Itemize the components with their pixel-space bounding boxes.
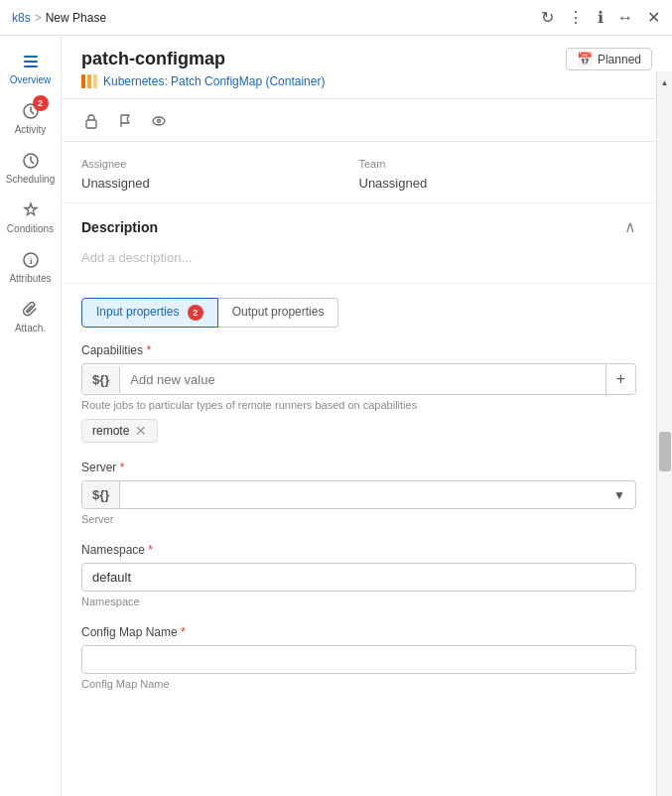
scroll-thumb[interactable]: [659, 432, 671, 471]
server-select[interactable]: [120, 481, 604, 508]
svg-rect-7: [86, 120, 96, 128]
page-title: patch-configmap: [81, 49, 225, 69]
server-label: Server *: [81, 461, 636, 474]
description-header: Description ∧: [81, 217, 636, 236]
tab-bar: [62, 99, 672, 142]
server-arrow-icon: ▼: [604, 482, 635, 508]
tab-input-label: Input properties: [96, 305, 179, 319]
sidebar-item-attach[interactable]: Attach.: [0, 292, 61, 341]
namespace-required: *: [145, 543, 153, 557]
status-badge[interactable]: 📅 Planned: [566, 48, 652, 70]
capabilities-add-button[interactable]: +: [605, 364, 635, 394]
tab-output-properties[interactable]: Output properties: [218, 298, 339, 328]
overview-icon: [21, 52, 41, 71]
breadcrumb-k8s[interactable]: k8s: [12, 11, 31, 25]
tag-remote-remove[interactable]: ✕: [135, 424, 147, 438]
scrollbar: [656, 71, 672, 796]
capabilities-input-row: ${} +: [81, 363, 636, 395]
attributes-label: Attributes: [9, 273, 51, 284]
tab-flag[interactable]: [115, 107, 135, 141]
sidebar-item-overview[interactable]: Overview: [0, 44, 61, 93]
tab-eye[interactable]: [149, 107, 169, 141]
tab-input-properties[interactable]: Input properties 2: [81, 298, 218, 328]
capabilities-prefix: ${}: [82, 366, 120, 393]
assignee-label: Assignee: [81, 158, 359, 170]
top-bar-actions: ↻ ⋮ ℹ ↔ ✕: [541, 8, 660, 27]
activity-badge: 2: [33, 95, 49, 111]
calendar-icon: 📅: [577, 52, 593, 66]
capabilities-hint: Route jobs to particular types of remote…: [81, 399, 636, 411]
subtitle-text: Kubernetes: Patch ConfigMap (Container): [103, 74, 325, 88]
activity-label: Activity: [15, 124, 47, 135]
config-map-name-required: *: [178, 625, 186, 639]
tab-lock[interactable]: [81, 107, 101, 141]
server-select-row: ${} ▼: [81, 480, 636, 509]
sidebar-item-conditions[interactable]: Conditions: [0, 193, 61, 242]
expand-icon[interactable]: ↔: [617, 9, 633, 27]
svg-point-9: [158, 120, 161, 123]
capabilities-tags: remote ✕: [81, 419, 636, 443]
scroll-up-button[interactable]: [657, 71, 673, 91]
assignee-section: Assignee Unassigned Team Unassigned: [62, 142, 656, 203]
header-title-row: patch-configmap 📅 Planned: [81, 48, 652, 70]
sidebar-item-attributes[interactable]: i Attributes: [0, 242, 61, 292]
capabilities-input[interactable]: [120, 366, 605, 393]
info-icon[interactable]: ℹ: [598, 8, 604, 27]
activity-icon-wrap: 2: [21, 101, 41, 121]
config-map-name-input[interactable]: [81, 645, 636, 674]
description-collapse-icon[interactable]: ∧: [624, 217, 636, 236]
main-layout: Overview 2 Activity Scheduling: [0, 36, 672, 796]
breadcrumb: k8s > New Phase: [12, 11, 106, 25]
tab-input-badge: 2: [188, 305, 203, 321]
svg-rect-0: [24, 56, 38, 58]
server-prefix: ${}: [82, 481, 120, 508]
conditions-icon: [21, 200, 41, 220]
header-subtitle: Kubernetes: Patch ConfigMap (Container): [81, 74, 652, 88]
namespace-input[interactable]: [81, 563, 636, 592]
config-map-name-label: Config Map Name *: [81, 625, 636, 639]
breadcrumb-current: New Phase: [46, 11, 106, 25]
team-col: Team Unassigned: [359, 158, 637, 191]
server-field: Server * ${} ▼ Server: [81, 461, 636, 525]
svg-rect-2: [24, 66, 38, 67]
scheduling-label: Scheduling: [6, 174, 55, 185]
config-map-name-hint: Config Map Name: [81, 678, 636, 690]
scroll-up-icon: [661, 76, 669, 87]
content-area: patch-configmap 📅 Planned Kubernetes: Pa…: [62, 36, 672, 796]
capabilities-field: Capabilities * ${} + Route jobs to parti…: [81, 343, 636, 443]
server-required: *: [116, 461, 124, 474]
server-hint: Server: [81, 513, 636, 525]
svg-rect-1: [24, 61, 38, 63]
description-title: Description: [81, 219, 158, 235]
assignee-col: Assignee Unassigned: [81, 158, 359, 191]
sidebar: Overview 2 Activity Scheduling: [0, 36, 62, 796]
capabilities-required: *: [143, 343, 151, 357]
content-header: patch-configmap 📅 Planned Kubernetes: Pa…: [62, 36, 672, 99]
sidebar-item-scheduling[interactable]: Scheduling: [0, 143, 61, 193]
namespace-label: Namespace *: [81, 543, 636, 557]
assignee-value: Unassigned: [81, 176, 359, 191]
properties-section: Input properties 2 Output properties Cap…: [62, 284, 656, 722]
namespace-hint: Namespace: [81, 596, 636, 607]
content-body: Assignee Unassigned Team Unassigned Desc…: [62, 142, 672, 796]
attach-icon: [21, 300, 41, 320]
capabilities-label: Capabilities *: [81, 343, 636, 357]
sidebar-item-activity[interactable]: 2 Activity: [0, 93, 61, 143]
breadcrumb-separator: >: [35, 11, 42, 25]
status-label: Planned: [598, 53, 641, 66]
prop-tabs: Input properties 2 Output properties: [81, 298, 636, 328]
close-icon[interactable]: ✕: [647, 8, 660, 27]
more-icon[interactable]: ⋮: [568, 8, 584, 27]
top-bar: k8s > New Phase ↻ ⋮ ℹ ↔ ✕: [0, 0, 672, 36]
config-map-name-field: Config Map Name * Config Map Name: [81, 625, 636, 690]
description-section: Description ∧ Add a description...: [62, 203, 656, 284]
attributes-icon: i: [21, 250, 41, 270]
tab-output-label: Output properties: [232, 305, 325, 319]
svg-point-8: [153, 117, 165, 125]
team-label: Team: [359, 158, 637, 170]
conditions-label: Conditions: [7, 223, 54, 234]
description-placeholder[interactable]: Add a description...: [81, 246, 636, 269]
team-value: Unassigned: [359, 176, 637, 191]
subtitle-bars: [81, 74, 97, 88]
refresh-icon[interactable]: ↻: [541, 8, 554, 27]
